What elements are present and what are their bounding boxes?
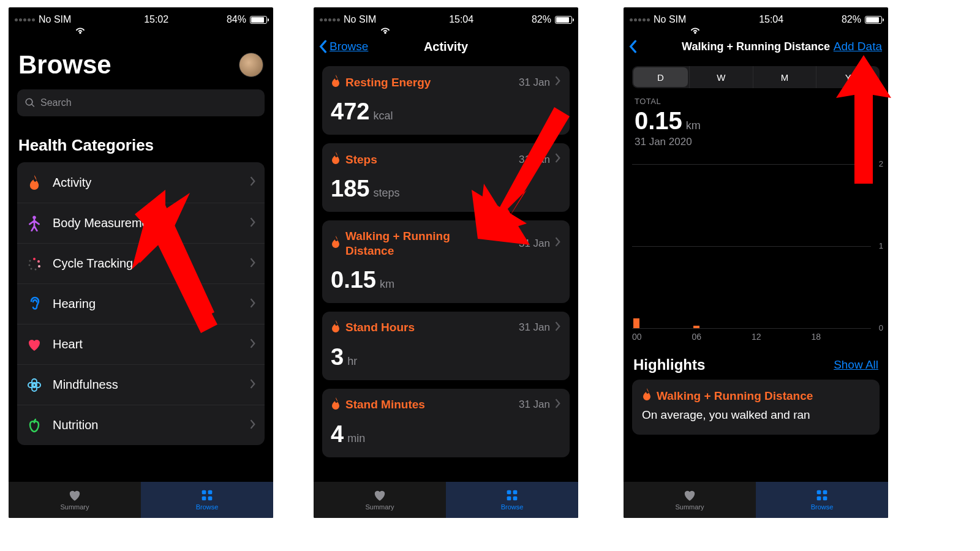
chevron-left-icon — [318, 40, 327, 53]
category-heart[interactable]: Heart — [17, 324, 265, 364]
card-stand-hours[interactable]: Stand Hours 31 Jan 3hr — [322, 312, 570, 380]
status-bar: No SIM 15:04 82% — [624, 7, 888, 32]
profile-avatar[interactable] — [239, 53, 263, 77]
card-value: 4 — [331, 421, 344, 448]
card-title-label: Walking + Running Distance — [345, 229, 468, 258]
card-unit: min — [347, 432, 365, 445]
clock-label: 15:04 — [449, 14, 473, 25]
svg-rect-16 — [208, 497, 213, 501]
card-walking-running[interactable]: Walking + Running Distance 31 Jan 0.15km — [322, 220, 570, 303]
tab-bar: Summary Browse — [314, 481, 578, 518]
category-activity[interactable]: Activity — [17, 162, 265, 203]
category-body-measurements[interactable]: Body Measurements — [17, 203, 265, 243]
card-unit: steps — [373, 187, 399, 200]
flame-icon — [331, 236, 341, 252]
card-steps[interactable]: Steps 31 Jan 185steps — [322, 143, 570, 212]
tab-summary[interactable]: Summary — [624, 482, 756, 518]
total-date: 31 Jan 2020 — [635, 136, 877, 148]
back-button[interactable]: Browse — [318, 40, 368, 53]
battery-icon — [250, 16, 267, 24]
svg-rect-13 — [202, 490, 206, 495]
tab-label: Browse — [811, 503, 834, 511]
chevron-right-icon — [250, 379, 256, 391]
heart-icon — [26, 338, 43, 351]
segment-month[interactable]: M — [753, 66, 816, 88]
tab-summary[interactable]: Summary — [9, 482, 141, 518]
nav-bar: Walking + Running Distance Add Data — [624, 32, 888, 61]
flame-icon — [26, 175, 43, 190]
x-tick-label: 18 — [812, 332, 821, 342]
svg-point-7 — [29, 260, 31, 261]
chevron-left-icon — [628, 40, 637, 53]
svg-rect-19 — [507, 497, 511, 501]
tab-label: Browse — [196, 503, 219, 511]
card-value: 472 — [331, 99, 369, 125]
y-tick-label: 0 — [879, 323, 883, 332]
heart-icon — [372, 489, 387, 501]
page-title: Browse — [18, 50, 111, 80]
card-date: 31 Jan — [519, 238, 550, 250]
segment-year[interactable]: Y — [816, 66, 880, 88]
card-date: 31 Jan — [519, 399, 550, 411]
search-icon — [24, 97, 36, 108]
category-nutrition[interactable]: Nutrition — [17, 405, 265, 445]
signal-icon — [630, 18, 650, 21]
card-unit: hr — [347, 355, 357, 368]
card-title-label: Stand Minutes — [345, 398, 425, 411]
battery-icon — [865, 16, 882, 24]
show-all-link[interactable]: Show All — [834, 358, 878, 372]
phone-detail: No SIM 15:04 82% Walking + Running Dista… — [624, 7, 888, 518]
back-button[interactable] — [628, 40, 637, 53]
tab-browse[interactable]: Browse — [141, 482, 273, 518]
card-resting-energy[interactable]: Resting Energy 31 Jan 472kcal — [322, 66, 570, 135]
chevron-right-icon — [250, 298, 256, 310]
card-date: 31 Jan — [519, 77, 550, 89]
card-title-label: Steps — [345, 153, 377, 167]
grid-icon — [815, 489, 829, 501]
ear-icon — [26, 296, 43, 312]
tab-summary[interactable]: Summary — [314, 482, 446, 518]
total-label: TOTAL — [635, 97, 877, 106]
grid-icon — [505, 489, 519, 501]
card-title-label: Resting Energy — [345, 76, 431, 89]
category-label: Cycle Tracking — [53, 257, 240, 271]
apple-icon — [26, 418, 43, 433]
category-label: Heart — [53, 337, 240, 351]
flame-icon — [331, 397, 341, 413]
chevron-right-icon — [250, 217, 256, 230]
distance-chart[interactable]: 21000061218 — [632, 158, 886, 342]
svg-point-3 — [38, 265, 40, 268]
time-range-segmented[interactable]: D W M Y — [632, 66, 880, 88]
category-hearing[interactable]: Hearing — [17, 283, 265, 324]
category-cycle-tracking[interactable]: Cycle Tracking — [17, 243, 265, 283]
segment-week[interactable]: W — [689, 66, 753, 88]
phone-activity: No SIM 15:04 82% Browse Activity Resting… — [314, 7, 578, 518]
card-value: 185 — [331, 176, 369, 202]
highlight-card[interactable]: Walking + Running Distance On average, y… — [632, 380, 880, 435]
x-tick-label: 00 — [632, 332, 642, 342]
total-value: 0.15 — [635, 107, 682, 135]
activity-cards: Resting Energy 31 Jan 472kcal Steps 31 J… — [314, 61, 578, 457]
category-label: Hearing — [53, 297, 240, 311]
total-block: TOTAL 0.15 km 31 Jan 2020 — [624, 94, 888, 152]
chevron-right-icon — [555, 399, 561, 411]
tab-bar: Summary Browse — [9, 481, 273, 518]
grid-icon — [200, 489, 214, 501]
segment-day[interactable]: D — [633, 67, 688, 87]
body-icon — [26, 216, 43, 231]
card-stand-minutes[interactable]: Stand Minutes 31 Jan 4min — [322, 389, 570, 457]
search-input[interactable]: Search — [17, 89, 265, 116]
add-data-button[interactable]: Add Data — [834, 40, 882, 53]
card-date: 31 Jan — [519, 154, 550, 166]
category-label: Activity — [53, 176, 240, 190]
total-unit: km — [686, 119, 701, 132]
flame-icon — [331, 152, 341, 167]
svg-rect-17 — [507, 490, 511, 495]
category-mindfulness[interactable]: Mindfulness — [17, 364, 265, 405]
svg-point-1 — [33, 258, 36, 260]
carrier-label: No SIM — [654, 14, 686, 25]
tab-browse[interactable]: Browse — [756, 482, 888, 518]
signal-icon — [15, 18, 35, 21]
chevron-right-icon — [250, 419, 256, 432]
tab-browse[interactable]: Browse — [446, 482, 578, 518]
